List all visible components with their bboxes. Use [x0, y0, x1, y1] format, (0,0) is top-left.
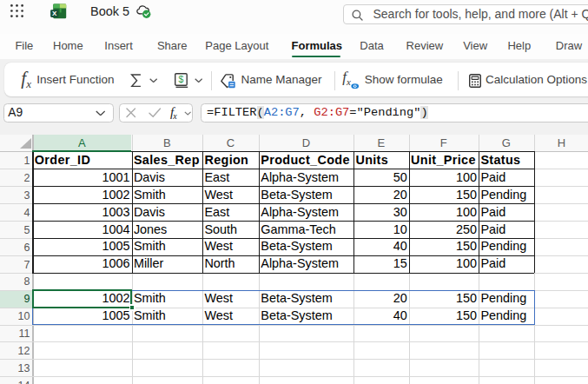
- svg-text:$: $: [178, 74, 183, 84]
- svg-text:X: X: [52, 10, 57, 17]
